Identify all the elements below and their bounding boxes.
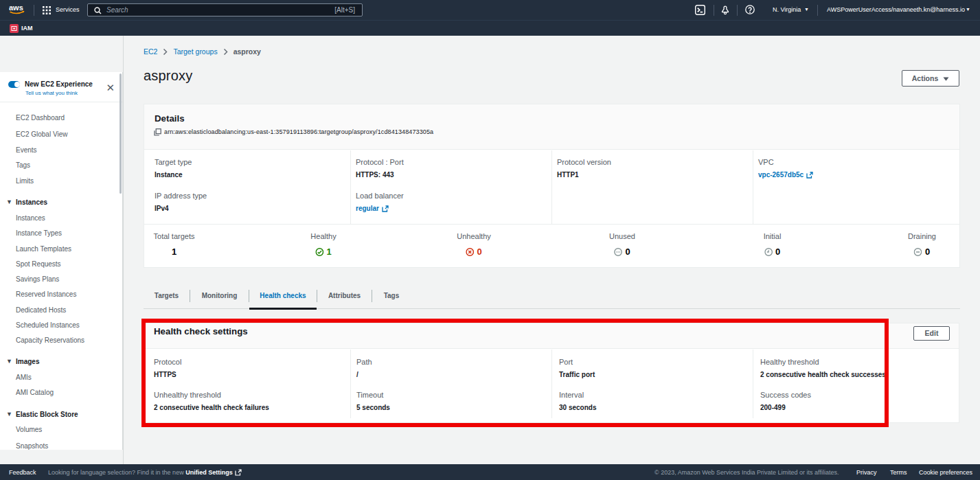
svg-text:aws: aws (9, 3, 23, 12)
